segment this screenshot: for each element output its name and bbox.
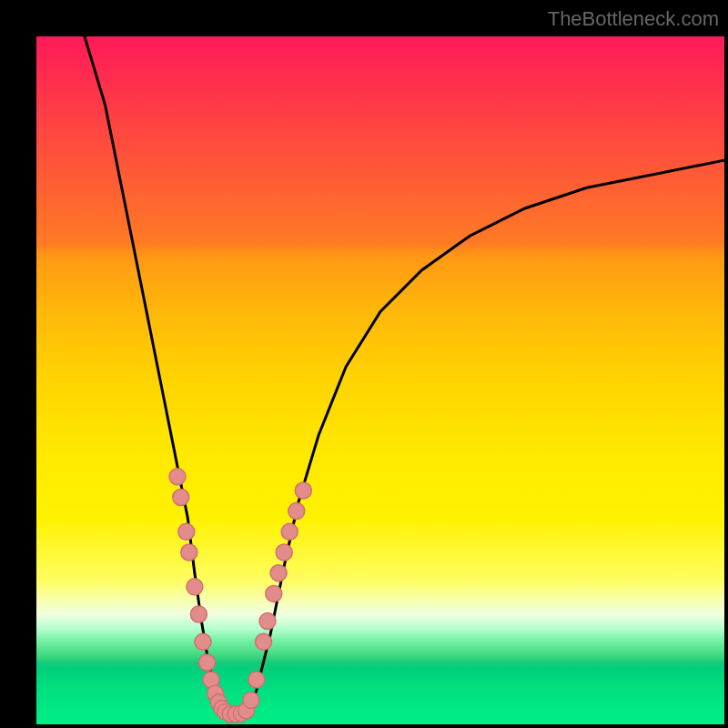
chart-overlay: [36, 36, 724, 724]
data-point: [259, 613, 276, 630]
plot-area: [36, 36, 724, 724]
data-point: [248, 672, 265, 688]
data-point: [178, 523, 195, 540]
data-point: [243, 693, 259, 709]
data-point: [266, 585, 282, 602]
data-point: [190, 606, 207, 622]
data-point: [288, 503, 305, 520]
data-points-group: [169, 469, 311, 723]
data-point: [276, 544, 292, 561]
data-point: [295, 482, 311, 499]
data-point: [195, 633, 211, 650]
data-point: [181, 544, 197, 561]
data-point: [169, 469, 186, 485]
data-point: [173, 490, 189, 506]
data-point: [270, 565, 287, 581]
chart-frame: TheBottleneck.com: [0, 0, 728, 728]
watermark-text: TheBottleneck.com: [548, 7, 719, 31]
data-point: [281, 523, 298, 540]
data-point: [256, 633, 272, 650]
data-point: [187, 579, 203, 595]
data-point: [199, 654, 216, 671]
bottleneck-curve: [85, 36, 724, 714]
